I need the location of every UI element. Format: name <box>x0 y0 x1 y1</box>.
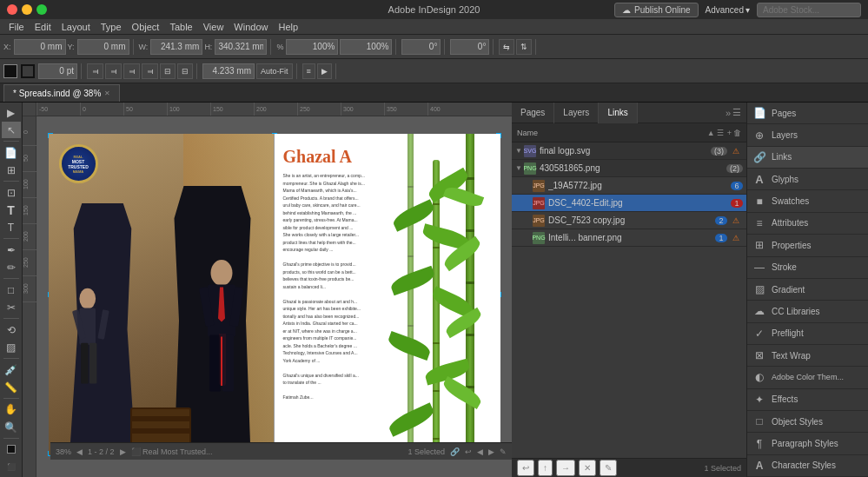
page-nav-prev[interactable]: ◀ <box>76 447 83 456</box>
panel-gradient[interactable]: ▨ Gradient <box>747 279 868 301</box>
adobe-stock-search[interactable] <box>757 3 861 17</box>
relink-icon[interactable]: ↩ <box>465 447 472 456</box>
minimize-button[interactable] <box>22 4 32 15</box>
sort-icon[interactable]: ▲ <box>707 129 715 137</box>
panel-layers[interactable]: ⊕ Layers <box>747 124 868 146</box>
expand-icon[interactable]: ▼ <box>515 147 524 155</box>
link-group-final-logp[interactable]: ▼ SVG final logp.svg (3) ⚠ <box>512 142 746 160</box>
panel-glyphs[interactable]: A Glyphs <box>747 169 868 190</box>
stroke-value-input[interactable] <box>38 63 77 79</box>
scissors-tool[interactable]: ✂ <box>2 299 21 315</box>
zoom-tool[interactable]: 🔍 <box>2 419 21 435</box>
align-top-button[interactable]: ⫤ <box>142 63 158 79</box>
menu-edit[interactable]: Edit <box>30 22 56 32</box>
panel-options-button[interactable]: » ☰ <box>720 107 746 118</box>
direct-selection-tool[interactable]: ↖ <box>2 122 21 138</box>
type-tool[interactable]: T <box>2 202 21 218</box>
rotate-input[interactable] <box>401 39 441 55</box>
panel-stroke[interactable]: — Stroke <box>747 257 868 279</box>
measure-tool[interactable]: 📏 <box>2 379 21 395</box>
gradient-feather-tool[interactable]: ▨ <box>2 339 21 355</box>
links-panel-sort-button[interactable]: ☰ <box>717 129 724 137</box>
menu-object[interactable]: Object <box>127 22 165 32</box>
preview-mode-button[interactable]: ⬛ <box>2 459 21 475</box>
menu-window[interactable]: Window <box>229 22 273 32</box>
fill-swatch[interactable] <box>3 64 17 78</box>
panel-cc-libraries[interactable]: ☁ CC Libraries <box>747 301 868 322</box>
maximize-button[interactable] <box>36 4 47 15</box>
panel-attributes[interactable]: ≡ Attributes <box>747 213 868 235</box>
rectangle-tool[interactable]: □ <box>2 282 21 298</box>
pencil-tool[interactable]: ✏ <box>2 259 21 275</box>
rectangle-frame-tool[interactable]: ⊡ <box>2 184 21 201</box>
panel-effects[interactable]: ✦ Effects <box>747 389 868 411</box>
x-input[interactable] <box>14 39 66 55</box>
stroke-swatch[interactable] <box>21 64 35 78</box>
update-link-button[interactable]: ↑ <box>538 460 553 476</box>
link-group-430581865[interactable]: ▼ PNG 430581865.png (2) <box>512 160 746 177</box>
relink-button[interactable]: ↩ <box>517 460 534 476</box>
view-options-button[interactable]: ≡ <box>302 63 315 79</box>
auto-fit-button[interactable]: Auto-Fit <box>256 63 293 79</box>
panel-text-wrap[interactable]: ⊠ Text Wrap <box>747 345 868 367</box>
y-input[interactable] <box>77 39 129 55</box>
publish-online-button[interactable]: ☁ Publish Online <box>614 3 698 17</box>
document-tab[interactable]: * Spreads.indd @ 38% ✕ <box>3 84 120 102</box>
link-status-icon[interactable]: 🔗 <box>450 447 460 456</box>
prev-link-icon[interactable]: ◀ <box>477 447 483 456</box>
next-link-icon[interactable]: ▶ <box>488 447 494 456</box>
scale-h-input[interactable] <box>340 39 392 55</box>
menu-table[interactable]: Table <box>164 22 197 32</box>
panel-preflight[interactable]: ✓ Preflight <box>747 323 868 345</box>
panel-object-styles[interactable]: □ Object Styles <box>747 411 868 433</box>
page-spread[interactable]: REAL MOST TRUSTED MAMA <box>49 134 500 455</box>
canvas-area[interactable]: -50 0 50 100 150 200 250 300 350 400 0 5… <box>23 103 512 477</box>
panel-character-styles[interactable]: A Character Styles <box>747 455 868 477</box>
h-input[interactable] <box>215 39 267 55</box>
links-panel-delete-icon[interactable]: 🗑 <box>733 129 741 137</box>
align-middle-button[interactable]: ⊟ <box>160 63 176 79</box>
link-item-intelli-banner[interactable]: ▶ PNG Intelli... banner.png 1 ⚠ <box>512 229 746 247</box>
panel-links[interactable]: 🔗 Links <box>747 147 868 169</box>
panel-tab-links[interactable]: Links <box>599 103 637 123</box>
type-on-path-tool[interactable]: T <box>2 219 21 235</box>
close-button[interactable] <box>7 4 17 15</box>
shear-input[interactable] <box>450 39 489 55</box>
hand-tool[interactable]: ✋ <box>2 401 21 418</box>
canvas-inner[interactable]: REAL MOST TRUSTED MAMA <box>36 116 512 460</box>
stroke-weight-input[interactable] <box>202 63 255 79</box>
fill-stroke-indicator[interactable] <box>2 441 21 458</box>
panel-swatches[interactable]: ■ Swatches <box>747 190 868 212</box>
menu-help[interactable]: Help <box>273 22 303 32</box>
free-transform-tool[interactable]: ⟲ <box>2 321 21 338</box>
edit-original-button[interactable]: ✎ <box>600 460 617 476</box>
goto-link-button[interactable]: → <box>556 460 575 476</box>
panel-paragraph-styles[interactable]: ¶ Paragraph Styles <box>747 433 868 454</box>
panel-properties[interactable]: ⊞ Properties <box>747 235 868 256</box>
link-item-dsc4402[interactable]: ▶ JPG DSC_4402-Edit.jpg 1 <box>512 195 746 212</box>
tab-close-icon[interactable]: ✕ <box>104 89 110 97</box>
panel-tab-pages[interactable]: Pages <box>512 103 554 123</box>
preview-button[interactable]: ▶ <box>317 63 332 79</box>
align-center-button[interactable]: ⫤ <box>105 63 122 79</box>
align-bottom-button[interactable]: ⊟ <box>177 63 193 79</box>
align-right-button[interactable]: ⫤ <box>123 63 140 79</box>
menu-type[interactable]: Type <box>96 22 127 32</box>
panel-adobe-color[interactable]: ◐ Adobe Color Them... <box>747 367 868 388</box>
align-left-button[interactable]: ⫤ <box>87 63 103 79</box>
scale-w-input[interactable] <box>286 39 338 55</box>
panel-pages[interactable]: 📄 Pages <box>747 103 868 124</box>
page-nav-next[interactable]: ▶ <box>120 447 126 456</box>
flip-v-button[interactable]: ⇅ <box>516 39 532 55</box>
w-input[interactable] <box>150 39 202 55</box>
eyedropper-tool[interactable]: 💉 <box>2 361 21 378</box>
menu-view[interactable]: View <box>198 22 229 32</box>
pen-tool[interactable]: ✒ <box>2 242 21 258</box>
menu-file[interactable]: File <box>3 22 30 32</box>
advanced-menu-button[interactable]: Advanced ▾ <box>706 5 750 15</box>
links-panel-new-icon[interactable]: + <box>727 129 732 137</box>
content-collector-tool[interactable]: ⊞ <box>2 162 21 178</box>
edit-original-icon[interactable]: ✎ <box>500 447 507 456</box>
selection-tool[interactable]: ▶ <box>2 104 21 121</box>
flip-h-button[interactable]: ⇆ <box>499 39 514 55</box>
